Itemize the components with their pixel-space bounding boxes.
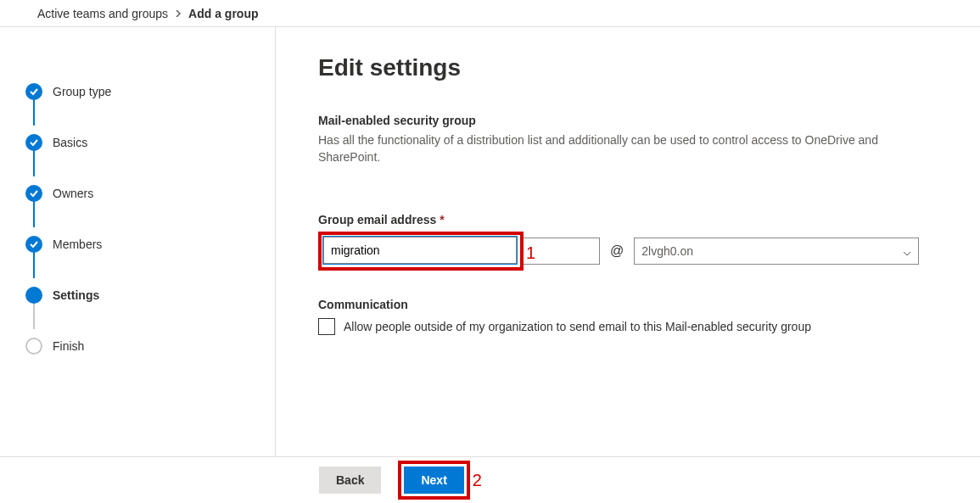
chevron-down-icon <box>903 247 911 255</box>
group-type-description: Has all the functionality of a distribut… <box>318 132 895 165</box>
annotation-box-1: 1 <box>318 232 524 271</box>
breadcrumb: Active teams and groups Add a group <box>0 0 980 27</box>
allow-external-email-row: Allow people outside of my organization … <box>318 318 929 335</box>
email-label: Group email address * <box>318 213 929 226</box>
communication-heading: Communication <box>318 298 929 311</box>
annotation-box-2: Next 2 <box>398 461 469 500</box>
breadcrumb-parent[interactable]: Active teams and groups <box>37 7 168 20</box>
redaction-overlay <box>699 241 801 261</box>
domain-select[interactable]: 2lvgh0.on <box>634 238 919 265</box>
at-symbol: @ <box>610 243 624 259</box>
step-label: Basics <box>53 136 87 149</box>
checkmark-icon <box>25 185 42 202</box>
next-button[interactable]: Next <box>404 467 463 494</box>
annotation-number-2: 2 <box>473 471 482 490</box>
step-label: Owners <box>53 187 93 200</box>
step-label: Finish <box>53 339 84 353</box>
breadcrumb-current: Add a group <box>188 7 258 20</box>
step-owners[interactable]: Owners <box>25 168 275 219</box>
checkmark-icon <box>25 83 42 100</box>
chevron-right-icon <box>175 8 182 20</box>
content-pane: Edit settings Mail-enabled security grou… <box>276 27 980 456</box>
checkmark-icon <box>25 134 42 151</box>
back-button[interactable]: Back <box>319 467 381 494</box>
required-indicator: * <box>440 213 444 226</box>
step-group-type[interactable]: Group type <box>25 66 275 117</box>
wizard-stepper: Group type Basics Owners Members <box>0 27 276 456</box>
allow-external-email-checkbox[interactable] <box>318 318 335 335</box>
checkmark-icon <box>25 236 42 253</box>
step-members[interactable]: Members <box>25 219 275 270</box>
step-settings[interactable]: Settings <box>25 270 275 321</box>
step-label: Members <box>53 238 102 251</box>
domain-value: 2lvgh0.on <box>641 244 693 258</box>
group-email-input[interactable] <box>323 237 517 264</box>
step-label: Settings <box>53 288 99 302</box>
wizard-footer: Back Next 2 <box>0 456 980 503</box>
step-label: Group type <box>53 85 111 98</box>
step-finish: Finish <box>25 321 275 372</box>
group-type-heading: Mail-enabled security group <box>318 114 929 127</box>
page-title: Edit settings <box>318 54 929 81</box>
allow-external-email-label: Allow people outside of my organization … <box>344 320 811 333</box>
current-step-icon <box>25 287 42 304</box>
pending-step-icon <box>25 338 42 355</box>
annotation-number-1: 1 <box>526 243 535 263</box>
step-basics[interactable]: Basics <box>25 117 275 168</box>
